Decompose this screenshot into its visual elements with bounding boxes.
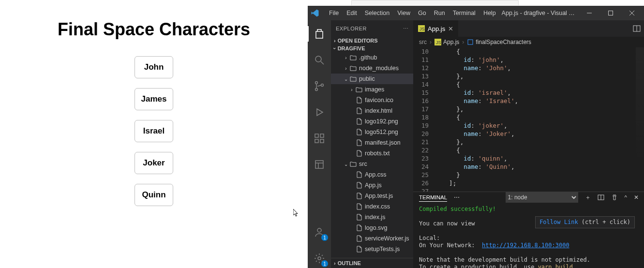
character-card[interactable]: James: [135, 88, 173, 110]
explorer-icon[interactable]: [308, 24, 331, 44]
terminal-line: On Your Network:: [419, 242, 475, 249]
breadcrumb[interactable]: src › JS App.js › finalSpaceCharacters: [413, 37, 644, 47]
tree-label: App.test.js: [365, 193, 393, 199]
tree-label: setupTests.js: [365, 246, 400, 253]
file-index-js[interactable]: index.js: [331, 212, 413, 223]
terminal-line: Local:: [419, 235, 440, 241]
file-index-css[interactable]: index.css: [331, 201, 413, 212]
menu-view[interactable]: View: [393, 9, 414, 17]
file-favicon-ico[interactable]: favicon.ico: [331, 95, 413, 105]
file-logo512-png[interactable]: logo512.png: [331, 127, 413, 137]
file-icon: [355, 213, 363, 221]
file-icon: [355, 181, 363, 189]
tree-label: .github: [359, 54, 377, 61]
window-maximize-button[interactable]: [601, 6, 620, 20]
chevron-right-icon: ›: [462, 39, 464, 45]
file-logo-svg[interactable]: logo.svg: [331, 223, 413, 233]
split-editor-icon[interactable]: [633, 25, 641, 32]
chevron-down-icon: ›: [332, 47, 338, 49]
follow-link-tooltip: Follow Link (ctrl + click): [535, 216, 635, 228]
file-icon: [355, 224, 363, 232]
window-close-button[interactable]: [622, 6, 642, 20]
menu-selection[interactable]: Selection: [361, 9, 393, 17]
tree-label: App.js: [365, 182, 382, 189]
layout-icon[interactable]: [308, 155, 331, 174]
file-app-test-js[interactable]: App.test.js: [331, 191, 413, 201]
tree-label: favicon.ico: [365, 97, 393, 104]
split-terminal-icon[interactable]: [598, 194, 604, 201]
minimap[interactable]: [636, 47, 644, 188]
folder--github[interactable]: ›.github: [331, 52, 413, 63]
tree-label: public: [359, 75, 375, 82]
terminal-output[interactable]: Compiled successfully! You can now view …: [413, 203, 644, 268]
tree-label: node_modules: [359, 65, 399, 72]
code-editor[interactable]: 1011121314151617181920212223242526272829…: [413, 47, 644, 192]
chevron-right-icon: ›: [343, 55, 349, 60]
file-app-css[interactable]: App.css: [331, 169, 413, 180]
menu-terminal[interactable]: Terminal: [449, 9, 479, 17]
character-card[interactable]: John: [135, 56, 173, 78]
close-panel-icon[interactable]: ✕: [634, 194, 639, 201]
svg-point-8: [321, 84, 324, 87]
menu-run[interactable]: Run: [430, 9, 449, 17]
window-minimize-button[interactable]: [580, 6, 599, 20]
kill-terminal-icon[interactable]: [611, 194, 618, 201]
character-card[interactable]: Israel: [135, 120, 173, 142]
file-logo192-png[interactable]: logo192.png: [331, 116, 413, 127]
file-index-html[interactable]: index.html: [331, 105, 413, 116]
search-icon[interactable]: [308, 50, 331, 70]
file-robots-txt[interactable]: robots.txt: [331, 148, 413, 159]
terminal-tab[interactable]: TERMINAL: [419, 194, 447, 202]
settings-gear-icon[interactable]: 1: [308, 249, 331, 268]
file-icon: [355, 128, 363, 136]
tree-label: index.js: [365, 214, 385, 221]
menu-help[interactable]: Help: [479, 9, 500, 17]
explorer-title: EXPLORER: [336, 26, 367, 31]
character-card[interactable]: Joker: [135, 152, 173, 174]
character-card[interactable]: Quinn: [135, 184, 173, 206]
extensions-icon[interactable]: [308, 129, 331, 148]
folder-node_modules[interactable]: ›node_modules: [331, 63, 413, 74]
editor-tab-appjs[interactable]: JS App.js ✕: [413, 20, 459, 37]
code-lines[interactable]: { id: 'john', name: 'John', }, { id: 'is…: [434, 47, 644, 192]
more-icon[interactable]: ⋯: [403, 26, 409, 32]
activity-bar: 1 1: [308, 20, 331, 268]
tree-label: index.css: [365, 203, 390, 210]
network-url-link[interactable]: http://192.168.8.100:3000: [482, 242, 569, 249]
menu-file[interactable]: File: [325, 9, 343, 17]
terminal-select[interactable]: 1: node: [506, 192, 578, 203]
file-manifest-json[interactable]: manifest.json: [331, 137, 413, 148]
chevron-right-icon: ›: [348, 87, 355, 92]
tree-label: src: [359, 161, 367, 167]
folder-icon: [349, 75, 357, 83]
file-serviceworker-js[interactable]: serviceWorker.js: [331, 233, 413, 244]
source-control-icon[interactable]: [308, 76, 331, 96]
chevron-right-icon: ›: [343, 66, 349, 71]
folder-images[interactable]: ›images: [331, 84, 413, 95]
folder-icon: [349, 160, 357, 168]
close-tab-icon[interactable]: ✕: [448, 25, 453, 32]
open-editors-section[interactable]: › OPEN EDITORS: [331, 37, 413, 45]
file-setuptests-js[interactable]: setupTests.js: [331, 244, 413, 254]
chevron-right-icon: ›: [334, 38, 336, 44]
accounts-badge: 1: [321, 234, 328, 241]
chevron-right-icon: ›: [430, 39, 432, 45]
new-terminal-icon[interactable]: ＋: [585, 194, 591, 201]
folder-src[interactable]: ⌄src: [331, 159, 413, 169]
menu-edit[interactable]: Edit: [343, 9, 361, 17]
accounts-icon[interactable]: 1: [308, 223, 331, 242]
file-icon: [355, 192, 363, 200]
file-icon: [355, 245, 363, 253]
menu-go[interactable]: Go: [414, 9, 430, 17]
more-icon[interactable]: ⋯: [454, 194, 460, 201]
project-section[interactable]: › DRAGFIVE: [331, 45, 413, 52]
file-app-js[interactable]: App.js: [331, 180, 413, 191]
svg-rect-9: [315, 134, 318, 137]
file-icon: [355, 235, 363, 242]
folder-public[interactable]: ⌄public: [331, 74, 413, 84]
outline-section[interactable]: › OUTLINE: [331, 258, 413, 268]
file-tree: ›.github›node_modules⌄public›imagesfavic…: [331, 52, 413, 258]
maximize-panel-icon[interactable]: ^: [625, 194, 627, 200]
run-debug-icon[interactable]: [308, 103, 331, 122]
window-title: App.js - dragfive - Visual Studio C...: [502, 10, 578, 16]
